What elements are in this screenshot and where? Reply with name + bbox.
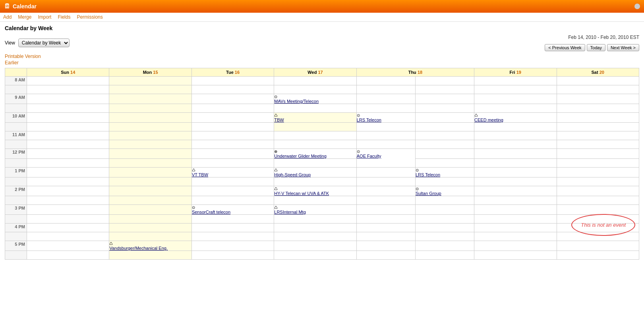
underwater-glider-event[interactable]: ⊕Underwater Glider Meeting <box>274 149 356 158</box>
anchor-icon: ⊕ <box>274 149 277 154</box>
prev-week-button[interactable]: < Previous Week <box>545 44 585 51</box>
underwater-glider-link[interactable]: Underwater Glider Meeting <box>274 154 356 158</box>
wed-2pm-event[interactable]: ♺HY-V Telecan w/ UVA & ATK <box>274 186 356 196</box>
wed-3pm-event[interactable]: ♺LRSInternal Mtg <box>274 205 356 215</box>
vandsburger-link[interactable]: Vandsburger/Mechanical Eng. <box>109 246 191 251</box>
vt-tbw-event[interactable]: ♺VT TBW <box>192 168 274 177</box>
ceed-meeting-event[interactable]: ♺CEED meeting <box>474 113 556 122</box>
wed-8am[interactable] <box>274 77 356 85</box>
sensorcraft-event[interactable]: ⊙SensorCraft telecon <box>192 205 274 214</box>
menu-add[interactable]: Add <box>3 14 12 20</box>
tbw-event[interactable]: ♺TBW <box>274 113 356 122</box>
table-row: 4 PM <box>5 224 639 232</box>
fri-10am-event[interactable]: ♺CEED meeting <box>474 113 557 123</box>
tue-1pm-event[interactable]: ♺VT TBW <box>191 168 274 177</box>
calendar-table: Sun 14 Mon 15 Tue 16 Wed 17 Thu 18 Fri 1… <box>5 68 639 260</box>
wed-10am-event[interactable]: ♺TBW <box>274 113 356 123</box>
table-row: 2 PM ♺HY-V Telecan w/ UVA & ATK ⊙Sultan … <box>5 186 639 196</box>
app-title: Calendar <box>13 3 37 10</box>
thu-10am-event[interactable]: ⊙LRS Telecon <box>356 113 415 123</box>
wed-date-link[interactable]: 17 <box>318 70 323 75</box>
fri-8am[interactable] <box>474 77 557 85</box>
thu-1pm-lrs[interactable]: ⊙LRS Telecon <box>415 168 474 177</box>
high-speed-group-link[interactable]: High-Speed Group <box>274 172 356 177</box>
today-button[interactable]: Today <box>587 44 605 51</box>
clock-icon5: ⊙ <box>416 187 419 191</box>
thu-date-link[interactable]: 18 <box>418 70 422 75</box>
lrs-internal-event[interactable]: ♺LRSInternal Mtg <box>274 205 356 214</box>
lrs-telecon2-link[interactable]: LRS Telecon <box>416 172 474 177</box>
thu-8am-r[interactable] <box>415 77 474 85</box>
time-9am: 9 AM <box>5 94 27 104</box>
hyv-telecan-event[interactable]: ♺HY-V Telecan w/ UVA & ATK <box>274 186 356 196</box>
sun-8am[interactable] <box>27 77 109 85</box>
table-row: 5 PM ♺Vandsburger/Mechanical Eng. <box>5 241 639 251</box>
wed-12pm-event[interactable]: ⊕Underwater Glider Meeting <box>274 149 356 159</box>
mon-8am[interactable] <box>109 77 191 85</box>
table-row <box>5 85 639 94</box>
close-button[interactable] <box>634 4 640 9</box>
thu-2pm-sultan[interactable]: ⊙Sultan Group <box>415 186 474 196</box>
table-row <box>5 140 639 149</box>
thu-12pm-aoe[interactable]: ⊙AOE Faculty <box>356 149 415 168</box>
vandsburger-event[interactable]: ♺Vandsburger/Mechanical Eng. <box>109 241 191 251</box>
mon-header: Mon 15 <box>109 68 191 77</box>
sun-header: Sun 14 <box>27 68 109 77</box>
lrs-telecon-event[interactable]: ⊙LRS Telecon <box>357 113 415 122</box>
mon-5pm-event[interactable]: ♺Vandsburger/Mechanical Eng. <box>109 241 191 251</box>
time-10am: 10 AM <box>5 113 27 123</box>
sun-date-link[interactable]: 14 <box>70 70 75 75</box>
earlier-link[interactable]: Earlier <box>5 60 639 66</box>
recycle-icon2: ♺ <box>474 113 478 118</box>
time-2pm: 2 PM <box>5 186 27 196</box>
table-row <box>5 159 639 168</box>
vt-tbw-link[interactable]: VT TBW <box>192 172 274 177</box>
table-row <box>5 215 639 224</box>
sultan-group-link[interactable]: Sultan Group <box>416 191 474 196</box>
page-title: Calendar by Week <box>5 25 639 31</box>
mavs-meeting-event[interactable]: ⊙MAVs Meeting/Telecon <box>274 94 356 104</box>
clock-icon2: ⊙ <box>357 113 360 118</box>
mavs-meeting-link[interactable]: MAVs Meeting/Telecon <box>274 99 356 104</box>
menu-import[interactable]: Import <box>38 14 51 20</box>
table-row <box>5 232 639 241</box>
next-week-button[interactable]: Next Week > <box>607 44 639 51</box>
sultan-group-event[interactable]: ⊙Sultan Group <box>416 186 474 196</box>
sat-date-link[interactable]: 20 <box>600 70 604 75</box>
time-12pm: 12 PM <box>5 149 27 159</box>
wed-9am-event[interactable]: ⊙MAVs Meeting/Telecon <box>274 94 356 104</box>
table-row: 12 PM ⊕Underwater Glider Meeting ⊙AOE Fa… <box>5 149 639 159</box>
tue-date-link[interactable]: 16 <box>235 70 240 75</box>
hyv-telecan-link[interactable]: HY-V Telecan w/ UVA & ATK <box>274 191 356 196</box>
sat-8am[interactable] <box>557 77 639 85</box>
clock-icon3: ⊙ <box>357 149 360 154</box>
printable-version-link[interactable]: Printable Version <box>5 54 639 59</box>
lrs-telecon2-event[interactable]: ⊙LRS Telecon <box>416 168 474 177</box>
lrs-telecon-link[interactable]: LRS Telecon <box>357 118 415 122</box>
table-row: 1 PM ♺VT TBW ♺High-Speed Group <box>5 168 639 177</box>
high-speed-group-event[interactable]: ♺High-Speed Group <box>274 168 356 177</box>
wed-1pm-event[interactable]: ♺High-Speed Group <box>274 168 356 177</box>
ceed-meeting-link[interactable]: CEED meeting <box>474 118 556 122</box>
fri-header: Fri 19 <box>474 68 557 77</box>
thu-header: Thu 18 <box>356 68 474 77</box>
menu-merge[interactable]: Merge <box>18 14 31 20</box>
tbw-link[interactable]: TBW <box>274 118 356 122</box>
tue-3pm-event[interactable]: ⊙SensorCraft telecon <box>191 205 274 215</box>
aoe-faculty-event[interactable]: ⊙AOE Faculty <box>357 149 415 158</box>
menu-fields[interactable]: Fields <box>58 14 70 20</box>
table-row: 3 PM ⊙SensorCraft telecon ♺LRSInternal M… <box>5 205 639 215</box>
thu-8am-l[interactable] <box>356 77 415 85</box>
fri-date-link[interactable]: 19 <box>516 70 521 75</box>
lrs-internal-link[interactable]: LRSInternal Mtg <box>274 210 356 214</box>
time-3pm: 3 PM <box>5 205 27 215</box>
clock-icon4: ⊙ <box>416 168 419 172</box>
menu-permissions[interactable]: Permissions <box>77 14 102 20</box>
recycle-icon3: ♺ <box>192 168 195 172</box>
aoe-faculty-link[interactable]: AOE Faculty <box>357 154 415 158</box>
wed-header: Wed 17 <box>274 68 356 77</box>
tue-8am[interactable] <box>191 77 274 85</box>
sensorcraft-link[interactable]: SensorCraft telecon <box>192 210 274 214</box>
view-select[interactable]: Calendar by Week <box>18 39 70 47</box>
mon-date-link[interactable]: 15 <box>153 70 158 75</box>
